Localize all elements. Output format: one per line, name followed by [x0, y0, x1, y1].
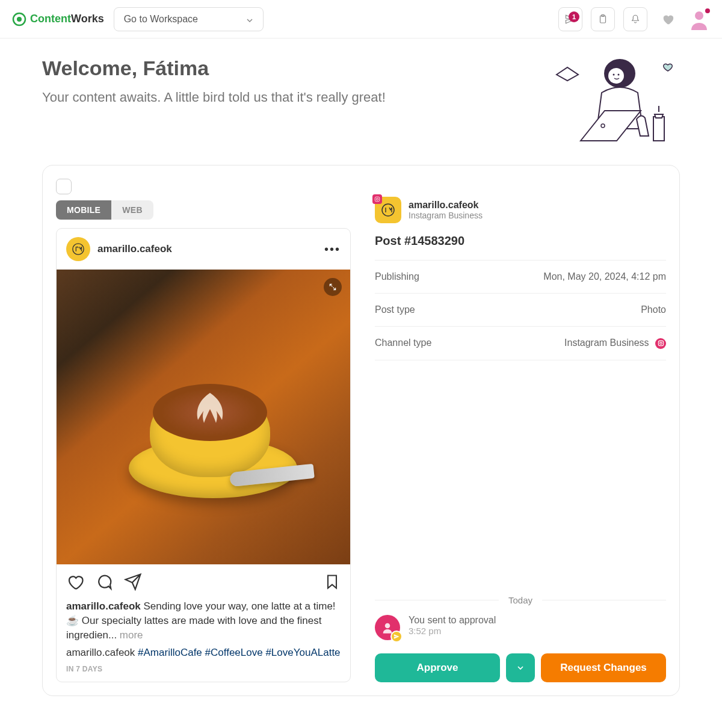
main-content: Welcome, Fátima Your content awaits. A l…: [0, 39, 722, 714]
logo-icon: [12, 12, 26, 26]
ig-hashtags: amarillo.cafeok #AmarilloCafe #CoffeeLov…: [57, 647, 350, 665]
send-button[interactable]: 1: [558, 7, 582, 31]
hashtag-link[interactable]: #CoffeeLove: [205, 647, 263, 658]
request-changes-button[interactable]: Request Changes: [541, 653, 666, 682]
ig-image: [57, 270, 350, 564]
svg-rect-13: [375, 197, 380, 202]
svg-rect-10: [653, 117, 664, 141]
ig-time: IN 7 DAYS: [57, 665, 350, 682]
more-link[interactable]: more: [120, 629, 143, 641]
svg-point-7: [613, 74, 615, 76]
activity-item: You sent to approval 3:52 pm: [375, 615, 666, 640]
share-icon[interactable]: [124, 573, 142, 593]
bookmark-icon[interactable]: [324, 573, 341, 593]
welcome-subtitle: Your content awaits. A little bird told …: [42, 90, 386, 105]
ig-actions: [57, 564, 350, 599]
instagram-badge-icon: [372, 194, 382, 204]
tab-web[interactable]: WEB: [111, 200, 153, 220]
hashtag-link[interactable]: #AmarilloCafe: [138, 647, 202, 658]
account-row: amarillo.cafeok Instagram Business: [375, 179, 666, 223]
logo-text: ContentWorks: [30, 13, 104, 25]
ig-caption: amarillo.cafeok Sending love your way, o…: [57, 599, 350, 647]
post-card: MOBILE WEB amarillo.cafeok •••: [42, 165, 680, 696]
send-mini-icon: [390, 631, 403, 643]
welcome-text: Welcome, Fátima Your content awaits. A l…: [42, 57, 386, 105]
welcome-illustration: [548, 57, 680, 153]
action-buttons: Approve Request Changes: [375, 653, 666, 682]
welcome-heading: Welcome, Fátima: [42, 57, 386, 80]
hashtag-link[interactable]: #LoveYouALatte: [265, 647, 340, 658]
comment-icon[interactable]: [95, 573, 113, 593]
meta-posttype: Post type Photo: [375, 294, 666, 327]
select-checkbox[interactable]: [56, 179, 72, 194]
ig-header: amarillo.cafeok •••: [57, 229, 350, 270]
user-avatar[interactable]: [688, 8, 710, 30]
expand-icon[interactable]: [324, 278, 342, 296]
today-separator: Today: [375, 571, 666, 605]
svg-point-14: [376, 198, 378, 200]
svg-rect-16: [658, 341, 663, 346]
approve-button[interactable]: Approve: [375, 653, 500, 682]
instagram-preview: amarillo.cafeok •••: [56, 228, 351, 682]
preview-column: MOBILE WEB amarillo.cafeok •••: [56, 179, 351, 682]
ig-avatar: [66, 237, 90, 261]
more-icon[interactable]: •••: [324, 242, 341, 256]
tab-mobile[interactable]: MOBILE: [56, 200, 111, 220]
topbar: ContentWorks Go to Workspace 1: [0, 0, 722, 39]
svg-point-18: [385, 623, 390, 629]
svg-point-15: [382, 204, 394, 216]
bell-button[interactable]: [623, 7, 647, 31]
chevron-down-icon: [246, 16, 253, 23]
logo[interactable]: ContentWorks: [12, 12, 104, 26]
heart-icon[interactable]: [66, 573, 84, 593]
account-avatar: [375, 197, 401, 223]
workspace-label: Go to Workspace: [124, 14, 198, 25]
svg-point-8: [618, 74, 620, 76]
svg-point-4: [695, 11, 703, 20]
activity-avatar: [375, 615, 400, 640]
notification-badge: 1: [569, 11, 579, 22]
ig-username: amarillo.cafeok: [97, 243, 172, 255]
preview-tabs: MOBILE WEB: [56, 200, 153, 220]
details-column: amarillo.cafeok Instagram Business Post …: [375, 179, 666, 682]
account-info: amarillo.cafeok Instagram Business: [409, 200, 483, 220]
instagram-icon: [655, 338, 666, 349]
meta-publishing: Publishing Mon, May 20, 2024, 4:12 pm: [375, 261, 666, 294]
post-id: Post #14583290: [375, 234, 666, 261]
approve-dropdown[interactable]: [506, 653, 535, 682]
avatar-status-dot: [704, 7, 711, 14]
topbar-right: 1: [558, 7, 710, 31]
account-name: amarillo.cafeok: [409, 200, 483, 211]
meta-channeltype: Channel type Instagram Business: [375, 327, 666, 360]
account-type: Instagram Business: [409, 211, 483, 220]
svg-point-17: [659, 342, 662, 345]
activity-text: You sent to approval 3:52 pm: [409, 615, 496, 640]
svg-point-12: [73, 244, 84, 254]
heart-button[interactable]: [656, 7, 680, 31]
svg-point-6: [608, 68, 624, 84]
workspace-select[interactable]: Go to Workspace: [114, 7, 264, 31]
clipboard-button[interactable]: [591, 7, 615, 31]
svg-point-1: [17, 17, 22, 22]
welcome-row: Welcome, Fátima Your content awaits. A l…: [42, 57, 680, 153]
